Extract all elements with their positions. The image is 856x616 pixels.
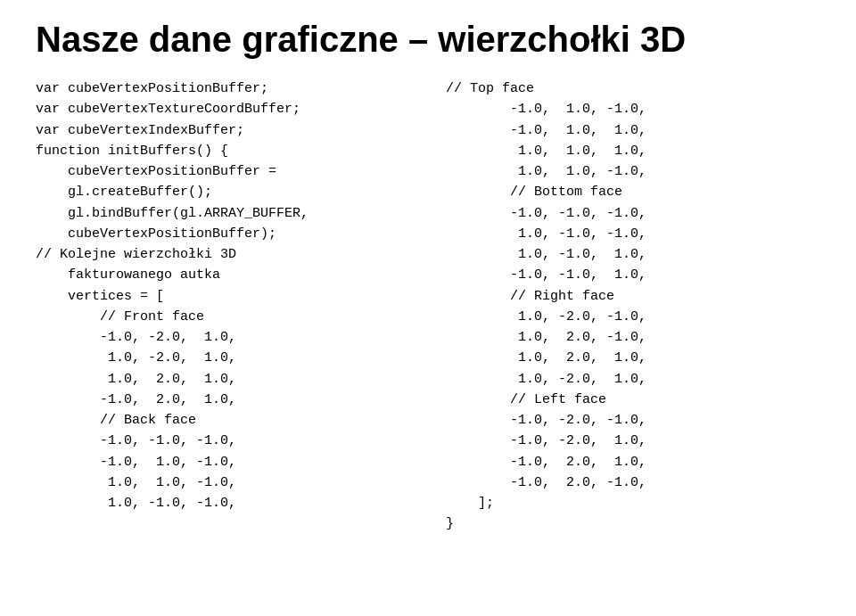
content-area: var cubeVertexPositionBuffer; var cubeVe… (36, 78, 820, 535)
page-title: Nasze dane graficzne – wierzchołki 3D (36, 18, 820, 61)
right-code-block: // Top face -1.0, 1.0, -1.0, -1.0, 1.0, … (446, 78, 820, 535)
right-column: // Top face -1.0, 1.0, -1.0, -1.0, 1.0, … (428, 78, 820, 535)
left-column: var cubeVertexPositionBuffer; var cubeVe… (36, 78, 428, 535)
left-code-block: var cubeVertexPositionBuffer; var cubeVe… (36, 78, 410, 513)
